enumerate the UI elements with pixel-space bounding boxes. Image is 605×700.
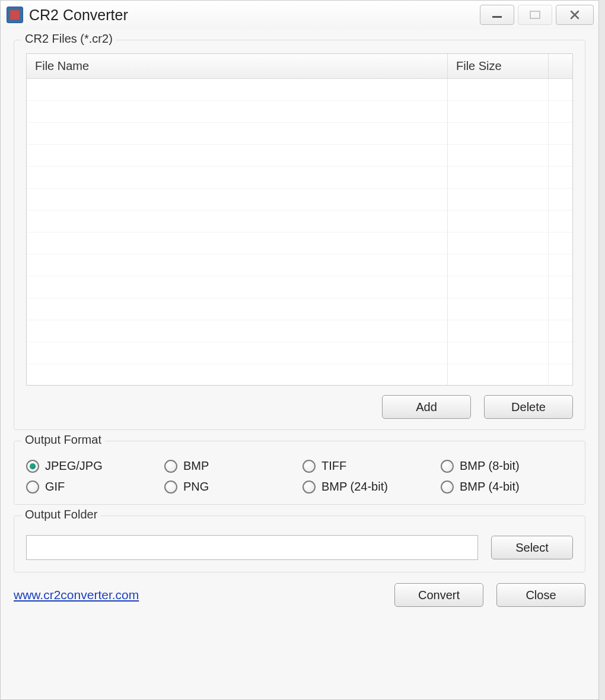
- column-header-filesize[interactable]: File Size: [448, 54, 549, 78]
- minimize-icon: [491, 11, 503, 18]
- format-radio-label: BMP (8-bit): [460, 459, 520, 473]
- format-radio-bmp-8-bit-[interactable]: BMP (8-bit): [441, 459, 573, 473]
- svg-rect-1: [530, 11, 540, 18]
- format-radio-label: TIFF: [321, 459, 346, 473]
- svg-rect-0: [492, 16, 502, 18]
- app-window: CR2 Converter CR2 Files (*.cr2) File Nam…: [0, 0, 599, 700]
- radio-icon: [164, 460, 177, 473]
- titlebar[interactable]: CR2 Converter: [1, 1, 598, 29]
- format-radio-label: BMP (4-bit): [460, 480, 520, 494]
- output-folder-input[interactable]: [26, 535, 478, 560]
- close-icon: [569, 9, 580, 20]
- files-group: CR2 Files (*.cr2) File Name File Size Ad…: [14, 40, 585, 430]
- delete-button[interactable]: Delete: [484, 395, 573, 419]
- radio-icon: [302, 460, 316, 473]
- column-header-end: [549, 54, 572, 78]
- format-radio-label: BMP (24-bit): [321, 480, 388, 494]
- close-button[interactable]: Close: [496, 583, 585, 607]
- radio-icon: [26, 481, 39, 494]
- maximize-button: [518, 5, 552, 25]
- client-area: CR2 Files (*.cr2) File Name File Size Ad…: [1, 29, 598, 699]
- format-radio-label: GIF: [45, 480, 65, 494]
- output-format-label: Output Format: [21, 433, 105, 447]
- format-options: JPEG/JPGBMPTIFFBMP (8-bit)GIFPNGBMP (24-…: [26, 459, 573, 494]
- file-buttons: Add Delete: [26, 395, 573, 419]
- file-list-body[interactable]: [27, 79, 572, 385]
- window-title: CR2 Converter: [29, 7, 128, 24]
- maximize-icon: [530, 11, 540, 19]
- format-radio-tiff[interactable]: TIFF: [302, 459, 435, 473]
- select-folder-button[interactable]: Select: [491, 536, 573, 559]
- window-controls: [480, 5, 594, 25]
- output-folder-label: Output Folder: [21, 508, 101, 521]
- app-icon: [7, 7, 23, 23]
- add-button[interactable]: Add: [382, 395, 471, 419]
- output-format-group: Output Format JPEG/JPGBMPTIFFBMP (8-bit)…: [14, 441, 585, 505]
- format-radio-gif[interactable]: GIF: [26, 480, 158, 494]
- convert-button[interactable]: Convert: [394, 583, 483, 607]
- column-header-filename[interactable]: File Name: [27, 54, 448, 78]
- output-folder-group: Output Folder Select: [14, 516, 585, 572]
- file-list-header: File Name File Size: [27, 54, 572, 79]
- format-radio-label: JPEG/JPG: [45, 459, 103, 473]
- format-radio-png[interactable]: PNG: [164, 480, 297, 494]
- footer-bar: www.cr2converter.com Convert Close: [14, 583, 585, 607]
- format-radio-bmp[interactable]: BMP: [164, 459, 297, 473]
- minimize-button[interactable]: [480, 5, 514, 25]
- format-radio-label: BMP: [183, 459, 209, 473]
- format-radio-bmp-24-bit-[interactable]: BMP (24-bit): [302, 480, 435, 494]
- format-radio-bmp-4-bit-[interactable]: BMP (4-bit): [441, 480, 573, 494]
- radio-icon: [441, 460, 454, 473]
- radio-icon: [302, 481, 316, 494]
- radio-icon: [26, 460, 39, 473]
- file-list[interactable]: File Name File Size: [26, 53, 573, 386]
- close-window-button[interactable]: [556, 5, 594, 25]
- radio-icon: [441, 481, 454, 494]
- format-radio-jpeg-jpg[interactable]: JPEG/JPG: [26, 459, 158, 473]
- website-link[interactable]: www.cr2converter.com: [14, 588, 139, 602]
- files-group-label: CR2 Files (*.cr2): [21, 32, 116, 46]
- radio-icon: [164, 481, 177, 494]
- format-radio-label: PNG: [183, 480, 209, 494]
